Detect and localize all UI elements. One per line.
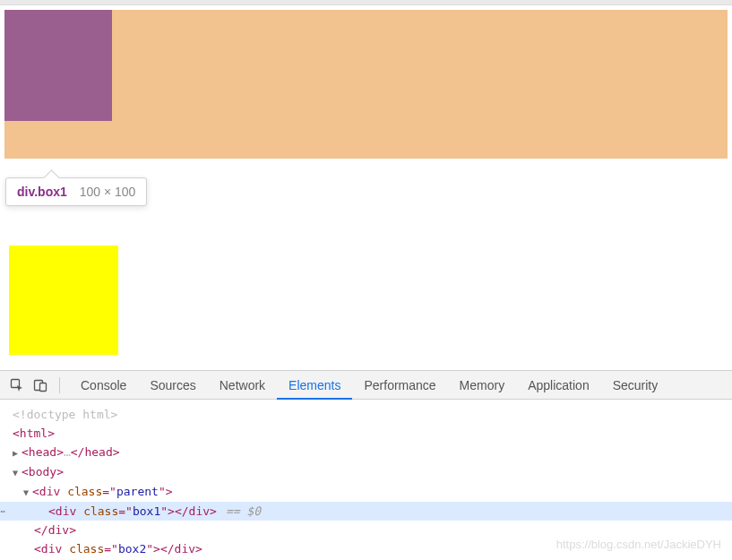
tooltip-selector: div.box1 (17, 185, 67, 199)
svg-rect-2 (40, 383, 47, 391)
tabbar-separator (59, 377, 60, 393)
tab-elements[interactable]: Elements (277, 371, 352, 400)
tab-sources[interactable]: Sources (138, 371, 207, 400)
dom-line-head[interactable]: ▶<head>…</head> (0, 443, 732, 462)
tab-application[interactable]: Application (516, 371, 601, 400)
dom-line-doctype[interactable]: <!doctype html> (0, 405, 732, 424)
elements-tree[interactable]: <!doctype html> <html> ▶<head>…</head> ▼… (0, 400, 732, 560)
dom-line-parent-open[interactable]: ▼<div class="parent"> (0, 482, 732, 502)
tab-console[interactable]: Console (69, 371, 138, 400)
devtools-panel: Console Sources Network Elements Perform… (0, 370, 732, 560)
dom-line-body-open[interactable]: ▼<body> (0, 462, 732, 482)
dom-line-box1-selected[interactable]: ⋯ <div class="box1"></div>== $0 (0, 502, 732, 521)
dom-line-html-open[interactable]: <html> (0, 424, 732, 443)
dom-line-parent-close[interactable]: </div> (0, 521, 732, 539)
inspect-element-icon[interactable] (7, 375, 27, 395)
tooltip-dimensions: 100 × 100 (80, 185, 136, 199)
gutter-ellipsis-icon: ⋯ (0, 502, 5, 521)
devtools-tabbar: Console Sources Network Elements Perform… (0, 371, 732, 400)
tab-network[interactable]: Network (208, 371, 277, 400)
tab-memory[interactable]: Memory (448, 371, 517, 400)
page-content: div.box1 100 × 100 (0, 10, 732, 159)
element-inspect-tooltip: div.box1 100 × 100 (5, 177, 147, 206)
browser-chrome-strip (0, 0, 732, 5)
box1-div[interactable] (4, 10, 112, 121)
tab-security[interactable]: Security (601, 371, 670, 400)
tab-performance[interactable]: Performance (352, 371, 447, 400)
device-toolbar-icon[interactable] (30, 375, 50, 395)
watermark-text: https://blog.csdn.net/JackieDYH (556, 538, 721, 551)
parent-div[interactable] (4, 10, 728, 159)
page-viewport: div.box1 100 × 100 (0, 0, 732, 159)
box2-div[interactable] (9, 246, 118, 355)
